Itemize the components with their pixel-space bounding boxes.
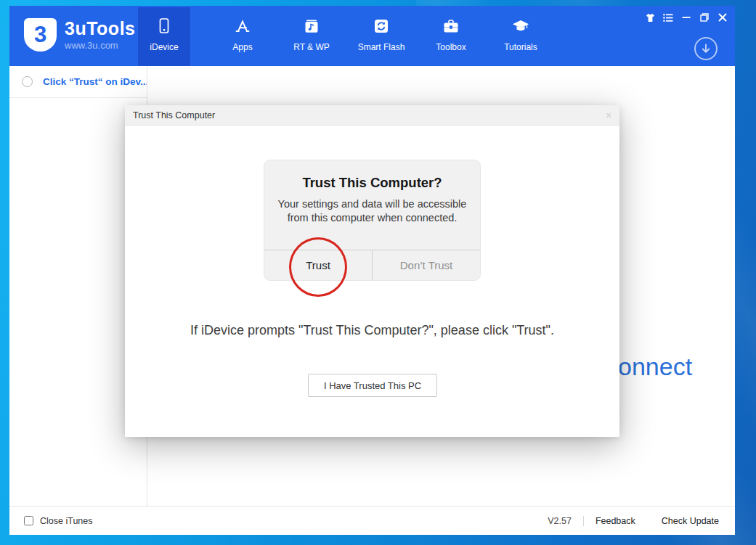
prompt-title: Trust This Computer? [264, 175, 480, 191]
app-url: www.3u.com [65, 40, 135, 51]
dont-trust-button[interactable]: Don’t Trust [373, 250, 480, 280]
dialog-instruction: If iDevice prompts "Trust This Computer?… [125, 323, 619, 338]
i-have-trusted-button[interactable]: I Have Trusted This PC [308, 374, 437, 397]
download-arrow-icon [700, 43, 712, 54]
logo-shield-icon: 3 [24, 18, 57, 52]
app-header: 3 3uTools www.3u.com iDevice Apps [9, 6, 735, 66]
tab-label: Toolbox [436, 42, 466, 52]
tab-label: Smart Flash [358, 42, 405, 52]
sidebar-item-label: Click “Trust“ on iDev... [43, 76, 148, 87]
appstore-icon [233, 17, 252, 36]
app-logo[interactable]: 3 3uTools www.3u.com [24, 18, 135, 52]
dialog-title: Trust This Computer [133, 110, 215, 120]
tab-smart-flash[interactable]: Smart Flash [349, 6, 414, 66]
smartphone-icon [155, 17, 174, 36]
prompt-body: Your settings and data will be accessibl… [274, 197, 471, 225]
dialog-titlebar: Trust This Computer × [125, 105, 619, 126]
app-title: 3uTools [65, 20, 135, 38]
spinner-icon [22, 76, 33, 87]
close-itunes-label: Close iTunes [40, 516, 93, 526]
logo-badge: 3 [34, 22, 46, 48]
tab-tutorials[interactable]: Tutorials [488, 6, 553, 66]
trust-button[interactable]: Trust [264, 250, 373, 280]
background-connect-text: onnect [618, 353, 692, 381]
feedback-link[interactable]: Feedback [596, 516, 635, 526]
tab-label: Tutorials [504, 42, 537, 52]
ringtone-wallpaper-icon [302, 17, 321, 36]
tab-label: RT & WP [293, 42, 330, 52]
dialog-close-icon[interactable]: × [598, 105, 619, 126]
sidebar-item-trust[interactable]: Click “Trust“ on iDev... [9, 66, 147, 98]
footer-divider [583, 516, 584, 526]
close-icon[interactable] [718, 12, 728, 22]
tab-label: iDevice [150, 42, 178, 52]
prompt-buttons: Trust Don’t Trust [264, 250, 480, 280]
window-controls [645, 12, 728, 22]
tutorials-icon [511, 17, 530, 36]
download-button[interactable] [694, 37, 718, 60]
version-text: V2.57 [548, 516, 572, 526]
check-update-link[interactable]: Check Update [662, 516, 719, 526]
restore-icon[interactable] [699, 12, 710, 22]
toolbox-icon [442, 17, 460, 36]
menu-list-icon[interactable] [663, 12, 673, 22]
tab-rt-wp[interactable]: RT & WP [279, 6, 344, 66]
smart-flash-icon [372, 17, 391, 36]
tab-idevice[interactable]: iDevice [138, 7, 190, 66]
status-bar: Close iTunes V2.57 Feedback Check Update [9, 506, 735, 535]
close-itunes-checkbox[interactable] [24, 516, 33, 525]
desktop: 3 3uTools www.3u.com iDevice Apps [0, 0, 756, 545]
app-window: 3 3uTools www.3u.com iDevice Apps [9, 6, 735, 535]
trust-dialog: Trust This Computer × Trust This Compute… [125, 105, 619, 437]
minimize-icon[interactable] [681, 12, 691, 22]
tab-apps[interactable]: Apps [210, 6, 275, 66]
ios-trust-prompt-card: Trust This Computer? Your settings and d… [264, 160, 481, 281]
skin-icon[interactable] [645, 12, 655, 22]
tab-label: Apps [232, 42, 252, 52]
tab-toolbox[interactable]: Toolbox [418, 6, 484, 66]
